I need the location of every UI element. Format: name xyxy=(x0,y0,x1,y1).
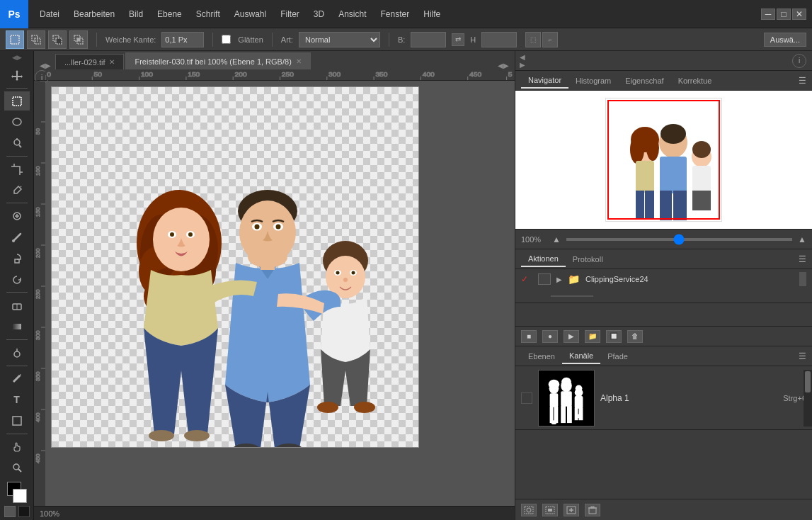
tab-pfade[interactable]: Pfade xyxy=(600,349,635,363)
hand-tool[interactable] xyxy=(4,437,30,457)
move-tool[interactable] xyxy=(4,65,30,85)
menu-ebene[interactable]: Ebene xyxy=(151,6,188,22)
selection-intersect-btn[interactable] xyxy=(69,30,88,49)
menu-filter[interactable]: Filter xyxy=(275,6,305,22)
tab-left-arrows[interactable]: ◀▶ xyxy=(40,62,51,69)
channel-to-selection-btn[interactable] xyxy=(521,504,537,516)
action-delete-btn[interactable]: 🗑 xyxy=(627,330,643,343)
tab-eigenschaf[interactable]: Eigenschaf xyxy=(618,74,670,88)
family-photo-svg xyxy=(52,87,419,448)
svg-line-12 xyxy=(19,145,21,147)
quick-mask-btn[interactable] xyxy=(18,506,30,517)
navigator-zoom-bar: 100% ▲ ▲ xyxy=(515,229,812,249)
canvas-main-row: 50 100 150 200 250 300 350 xyxy=(34,81,515,506)
panel-expand-btn[interactable]: ◀▶ xyxy=(498,62,509,69)
tab-close-2[interactable]: ✕ xyxy=(296,57,302,65)
zoom-slider[interactable] xyxy=(566,238,792,241)
glaetten-checkbox[interactable] xyxy=(222,35,231,44)
b-input[interactable] xyxy=(411,32,446,47)
shape-tool[interactable] xyxy=(4,411,30,431)
menu-datei[interactable]: Datei xyxy=(34,6,65,22)
menu-bearbeiten[interactable]: Bearbeiten xyxy=(68,6,120,22)
auswahl-btn[interactable]: Auswä... xyxy=(764,33,806,47)
canvas-image[interactable] xyxy=(51,86,419,448)
history-brush-tool[interactable] xyxy=(4,270,30,290)
swap-wh-btn[interactable]: ⇄ xyxy=(452,33,464,46)
text-tool[interactable]: T xyxy=(4,390,30,409)
tab-korrekture[interactable]: Korrektue xyxy=(671,74,719,88)
dodge-tool[interactable] xyxy=(4,343,30,363)
window-maximize[interactable]: □ xyxy=(777,9,791,20)
weiche-kante-input[interactable] xyxy=(161,32,204,47)
action-record-btn[interactable]: ● xyxy=(542,330,558,343)
tab-protokoll[interactable]: Protokoll xyxy=(566,252,610,266)
eraser-tool[interactable] xyxy=(4,295,30,315)
tab-ebenen[interactable]: Ebenen xyxy=(521,349,562,363)
crop-tool[interactable] xyxy=(4,159,30,179)
action-expand-arrow[interactable]: ▶ xyxy=(556,276,562,283)
action-stop-btn[interactable]: ■ xyxy=(521,330,537,343)
channel-info: Alpha 1 xyxy=(600,393,777,403)
spot-heal-tool[interactable] xyxy=(4,206,30,226)
zoom-out-btn[interactable]: ▲ xyxy=(552,234,561,244)
delete-channel-btn[interactable] xyxy=(585,504,600,516)
h-shape-btn-2[interactable]: ⌐ xyxy=(542,32,558,47)
save-selection-btn[interactable] xyxy=(542,504,558,516)
pen-tool[interactable] xyxy=(4,368,30,388)
marquee-tool[interactable] xyxy=(4,91,30,111)
navigator-menu-btn[interactable]: ☰ xyxy=(799,76,806,86)
ruler-vertical: 50 100 150 200 250 300 350 xyxy=(34,81,45,506)
selection-subtract-btn[interactable] xyxy=(48,30,67,49)
tab-file-2[interactable]: Freisteller-030.tif bei 100% (Ebene 1, R… xyxy=(125,52,310,69)
lasso-tool[interactable] xyxy=(4,112,30,132)
stamp-tool[interactable] xyxy=(4,249,30,269)
menu-ansicht[interactable]: Ansicht xyxy=(333,6,372,22)
tab-navigator[interactable]: Navigator xyxy=(521,73,568,89)
action-item-clipping[interactable]: ✓ ▶ 📁 ClippingService24 xyxy=(515,269,812,289)
channel-alpha-1-row[interactable]: Alpha 1 Strg+6 xyxy=(515,366,812,430)
action-play-btn[interactable]: ▶ xyxy=(564,330,579,343)
action-new-set-btn[interactable]: 📁 xyxy=(585,330,600,343)
zoom-in-btn[interactable]: ▲ xyxy=(798,234,806,244)
gradient-tool[interactable] xyxy=(4,317,30,337)
h-shape-btn-1[interactable]: ⬚ xyxy=(525,32,541,47)
zoom-value: 100% xyxy=(521,235,547,244)
menu-3d[interactable]: 3D xyxy=(308,6,330,22)
eyedropper-tool[interactable] xyxy=(4,181,30,200)
tab-histogram[interactable]: Histogram xyxy=(568,74,618,88)
selection-new-btn[interactable] xyxy=(6,30,24,49)
menu-fenster[interactable]: Fenster xyxy=(375,6,416,22)
action-new-action-btn[interactable]: 🔲 xyxy=(606,330,622,343)
tab-close-1[interactable]: ✕ xyxy=(109,58,115,66)
background-color[interactable] xyxy=(13,489,27,503)
new-channel-btn[interactable] xyxy=(564,504,579,516)
menu-bild[interactable]: Bild xyxy=(123,6,149,22)
menu-auswahl[interactable]: Auswahl xyxy=(229,6,272,22)
brush-tool[interactable] xyxy=(4,227,30,247)
channel-visibility-checkbox[interactable] xyxy=(521,392,532,404)
canvas-content[interactable] xyxy=(45,81,515,506)
navigator-preview[interactable] xyxy=(515,91,812,229)
window-close[interactable]: ✕ xyxy=(792,9,806,20)
menu-schrift[interactable]: Schrift xyxy=(190,6,226,22)
tab-label-1: ...ller-029.tif xyxy=(64,58,105,67)
tab-file-1[interactable]: ...ller-029.tif ✕ xyxy=(55,54,124,69)
glaetten-label: Glätten xyxy=(238,35,263,44)
layers-menu-btn[interactable]: ☰ xyxy=(799,351,806,361)
menu-hilfe[interactable]: Hilfe xyxy=(418,6,446,22)
layers-scrollbar[interactable] xyxy=(804,370,812,426)
tab-aktionen[interactable]: Aktionen xyxy=(521,251,566,267)
panel-collapse-btn[interactable]: ◀▶ xyxy=(518,53,526,69)
zoom-tool[interactable] xyxy=(4,458,30,477)
h-input[interactable] xyxy=(481,32,517,47)
svg-point-21 xyxy=(14,351,20,357)
normal-mode-btn[interactable] xyxy=(4,506,16,517)
window-minimize[interactable]: ─ xyxy=(761,9,775,20)
panel-info-icon[interactable]: i xyxy=(792,54,806,68)
art-dropdown[interactable]: Normal Fest Festes Verhältnis Feste Größ… xyxy=(299,32,380,47)
actions-menu-btn[interactable]: ☰ xyxy=(799,254,806,264)
svg-rect-115 xyxy=(636,191,644,219)
selection-add-btn[interactable] xyxy=(27,30,45,49)
quick-select-tool[interactable] xyxy=(4,133,30,153)
tab-kanaele[interactable]: Kanäle xyxy=(562,349,600,364)
